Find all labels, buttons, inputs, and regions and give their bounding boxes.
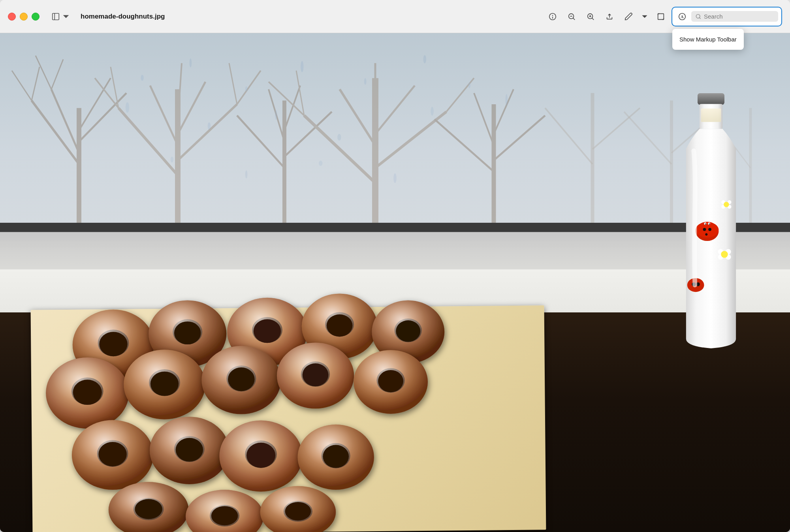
svg-point-90 xyxy=(73,380,102,405)
svg-point-145 xyxy=(703,228,706,231)
minimize-button[interactable] xyxy=(20,13,28,21)
markup-icon-button[interactable]: A xyxy=(675,9,690,24)
svg-point-153 xyxy=(721,251,728,258)
svg-text:A: A xyxy=(681,14,684,19)
svg-point-172 xyxy=(364,78,367,85)
svg-point-184 xyxy=(393,173,397,183)
svg-point-70 xyxy=(99,332,127,356)
resize-icon xyxy=(656,12,665,21)
svg-point-146 xyxy=(708,228,711,231)
svg-point-94 xyxy=(150,372,179,396)
svg-point-114 xyxy=(176,438,203,462)
markup-chevron-button[interactable] xyxy=(639,8,650,25)
svg-point-178 xyxy=(337,134,341,141)
chevron-down-icon xyxy=(62,12,70,21)
app-window: homemade-doughnuts.jpg xyxy=(0,0,790,532)
svg-point-171 xyxy=(301,61,304,72)
svg-point-168 xyxy=(141,75,144,81)
annotate-button[interactable] xyxy=(620,8,637,25)
svg-point-130 xyxy=(211,506,238,526)
svg-point-126 xyxy=(135,499,162,519)
sidebar-toggle-button[interactable] xyxy=(47,10,74,23)
svg-line-7 xyxy=(573,18,575,20)
photo-scene xyxy=(0,33,790,532)
svg-point-173 xyxy=(423,55,427,64)
image-viewer xyxy=(0,33,790,532)
svg-point-183 xyxy=(319,161,322,166)
svg-point-170 xyxy=(245,86,248,92)
traffic-lights xyxy=(8,13,40,21)
svg-line-17 xyxy=(700,17,701,19)
markup-dropdown: Show Markup Toolbar xyxy=(672,29,744,50)
close-button[interactable] xyxy=(8,13,16,21)
svg-point-2 xyxy=(549,13,556,20)
svg-point-16 xyxy=(696,14,700,18)
svg-rect-0 xyxy=(53,13,59,20)
maximize-button[interactable] xyxy=(32,13,40,21)
zoom-out-button[interactable] xyxy=(563,8,580,25)
resize-button[interactable] xyxy=(653,8,669,25)
svg-point-98 xyxy=(228,368,255,391)
svg-point-122 xyxy=(323,445,349,468)
chevron-down-small-icon xyxy=(640,12,649,21)
zoom-in-button[interactable] xyxy=(582,8,599,25)
svg-point-181 xyxy=(171,156,174,162)
svg-point-180 xyxy=(505,94,508,106)
zoom-in-icon xyxy=(586,12,595,21)
condensation-svg xyxy=(0,33,790,223)
svg-point-74 xyxy=(174,321,201,344)
titlebar: homemade-doughnuts.jpg xyxy=(0,0,790,33)
info-icon xyxy=(548,12,557,21)
svg-rect-13 xyxy=(658,13,664,19)
filename-label: homemade-doughnuts.jpg xyxy=(81,13,165,21)
search-wrapper[interactable] xyxy=(691,11,778,22)
markup-pen-icon: A xyxy=(678,12,687,21)
svg-point-179 xyxy=(431,107,434,116)
search-markup-container: A Show Markup Toolbar xyxy=(672,7,782,26)
svg-point-175 xyxy=(126,102,129,113)
svg-point-134 xyxy=(285,502,311,521)
svg-point-82 xyxy=(327,314,353,336)
svg-point-167 xyxy=(709,223,710,224)
svg-point-147 xyxy=(705,233,707,235)
svg-point-86 xyxy=(396,320,420,342)
svg-point-169 xyxy=(190,58,192,68)
svg-point-110 xyxy=(98,442,126,466)
svg-point-177 xyxy=(275,110,277,120)
pencil-icon xyxy=(624,12,633,21)
zoom-out-icon xyxy=(567,12,576,21)
svg-point-106 xyxy=(378,370,403,392)
search-input[interactable] xyxy=(704,13,774,20)
svg-point-174 xyxy=(468,82,470,88)
donuts-svg xyxy=(16,273,537,532)
sidebar-icon xyxy=(51,12,60,21)
svg-point-118 xyxy=(246,443,275,468)
toolbar-icons: A Show Markup Toolbar xyxy=(544,7,782,26)
svg-point-102 xyxy=(303,363,329,386)
svg-point-176 xyxy=(208,122,211,130)
svg-point-166 xyxy=(705,223,706,224)
info-button[interactable] xyxy=(544,8,561,25)
share-button[interactable] xyxy=(601,8,618,25)
svg-line-11 xyxy=(592,18,594,20)
share-icon xyxy=(605,12,614,21)
svg-point-182 xyxy=(245,170,248,179)
svg-point-78 xyxy=(254,320,281,343)
show-markup-toolbar-item[interactable]: Show Markup Toolbar xyxy=(672,32,744,47)
search-icon xyxy=(695,13,702,20)
